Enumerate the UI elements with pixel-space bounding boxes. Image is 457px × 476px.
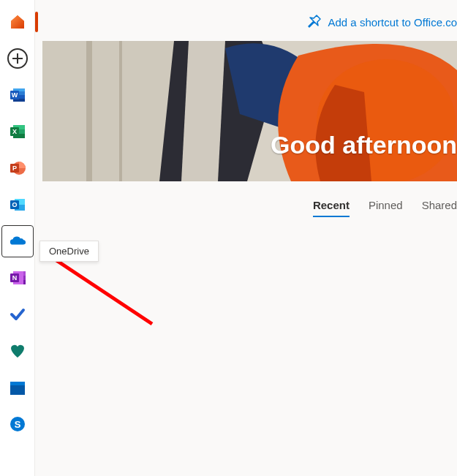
plus-circle-icon [7,48,28,69]
onedrive-icon [9,233,26,250]
word-icon: W [9,86,26,104]
hero-artwork [42,41,457,181]
sidebar-item-word[interactable]: W [1,79,34,111]
sidebar-item-calendar[interactable] [1,371,34,404]
content-tabs: Recent Pinned Shared [313,199,457,217]
todo-icon [9,306,26,323]
svg-text:N: N [12,274,17,282]
powerpoint-icon: P [9,159,26,177]
tab-recent[interactable]: Recent [313,199,350,217]
sidebar-item-family[interactable] [1,335,34,367]
greeting-text: Good afternoon [271,131,457,159]
sidebar-item-todo[interactable] [1,298,34,330]
sidebar-item-onenote[interactable]: N [1,262,34,294]
svg-rect-21 [23,280,26,284]
shortcut-label: Add a shortcut to Office.co [328,16,457,29]
svg-text:X: X [12,128,16,135]
excel-icon: X [9,123,26,140]
calendar-icon [9,379,26,396]
svg-rect-20 [23,276,26,280]
svg-text:O: O [12,201,17,208]
onenote-icon: N [9,269,26,287]
home-icon [9,13,26,31]
skype-icon: S [9,415,26,433]
onedrive-tooltip: OneDrive [39,241,99,262]
sidebar-item-powerpoint[interactable]: P [1,152,34,184]
svg-text:P: P [12,165,16,172]
svg-rect-32 [119,41,122,181]
svg-text:W: W [11,91,18,99]
sidebar-item-skype[interactable]: S [1,408,34,440]
svg-rect-31 [86,41,92,181]
pin-icon [306,13,322,31]
svg-rect-25 [10,382,25,385]
sidebar-item-outlook[interactable]: O [1,189,34,221]
svg-rect-19 [23,271,26,276]
outlook-icon: O [9,196,26,214]
tab-pinned[interactable]: Pinned [369,199,403,217]
add-shortcut-link[interactable]: Add a shortcut to Office.co [306,13,457,31]
main-content: Add a shortcut to Office.co Good afterno… [35,0,457,476]
sidebar-item-home[interactable] [1,6,34,38]
hero-banner: Good afternoon [42,41,457,181]
heart-icon [9,342,26,360]
tooltip-text: OneDrive [49,246,89,257]
sidebar-item-create[interactable] [1,42,34,75]
sidebar-item-excel[interactable]: X [1,116,34,148]
app-sidebar: W X P O N [0,0,35,476]
sidebar-item-onedrive[interactable] [1,225,34,257]
tab-shared[interactable]: Shared [422,199,457,217]
svg-text:S: S [14,419,20,430]
